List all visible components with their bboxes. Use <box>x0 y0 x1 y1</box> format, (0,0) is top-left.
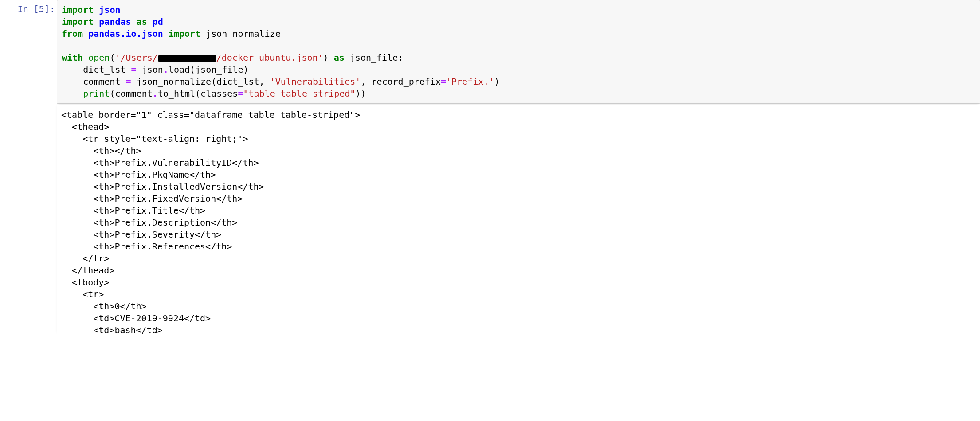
code-text: )) <box>355 88 366 99</box>
string-path-pre: '/Users/ <box>115 52 157 63</box>
keyword-as: as <box>137 16 147 27</box>
code-input[interactable]: import json import pandas as pd from pan… <box>57 0 980 104</box>
input-prompt: In [5]: <box>0 0 57 104</box>
code-text: json <box>137 64 163 75</box>
keyword-as: as <box>334 52 345 63</box>
keyword-from: from <box>62 28 83 39</box>
operator-dot: . <box>153 88 158 99</box>
code-text: dict_lst <box>62 64 131 75</box>
operator-dot: . <box>163 64 169 75</box>
stdout-output[interactable]: <table border="1" class="dataframe table… <box>57 105 980 336</box>
code-text: ) <box>494 76 499 87</box>
operator-eq: = <box>126 76 131 87</box>
code-text <box>62 88 83 99</box>
operator-eq: = <box>238 88 243 99</box>
code-text: to_html(classes <box>158 88 238 99</box>
code-text: comment <box>62 76 126 87</box>
name-json-file: json_file: <box>350 52 403 63</box>
code-text: , record_prefix <box>361 76 441 87</box>
keyword-import: import <box>62 4 94 15</box>
code-text: (comment <box>110 88 152 99</box>
input-cell: In [5]: import json import pandas as pd … <box>0 0 980 104</box>
operator-eq: = <box>441 76 446 87</box>
keyword-import: import <box>62 16 94 27</box>
output-cell: <table border="1" class="dataframe table… <box>0 104 980 336</box>
module-pandas-io-json: pandas.io.json <box>88 28 163 39</box>
output-prompt <box>0 104 57 336</box>
operator-eq: = <box>131 64 137 75</box>
fn-print: print <box>83 88 110 99</box>
redacted-username <box>158 55 216 62</box>
keyword-with: with <box>62 52 83 63</box>
code-text: json_normalize(dict_lst, <box>131 76 270 87</box>
code-text: load(json_file) <box>169 64 249 75</box>
string-path-post: /docker-ubuntu.json' <box>216 52 323 63</box>
string-vuln: 'Vulnerabilities' <box>270 76 361 87</box>
fn-open: open <box>88 52 110 63</box>
module-pandas: pandas <box>99 16 131 27</box>
keyword-import: import <box>169 28 200 39</box>
string-prefix: 'Prefix.' <box>446 76 494 87</box>
string-classes: "table table-striped" <box>243 88 355 99</box>
name-json-normalize: json_normalize <box>206 28 281 39</box>
module-json: json <box>99 4 120 15</box>
alias-pd: pd <box>153 16 163 27</box>
